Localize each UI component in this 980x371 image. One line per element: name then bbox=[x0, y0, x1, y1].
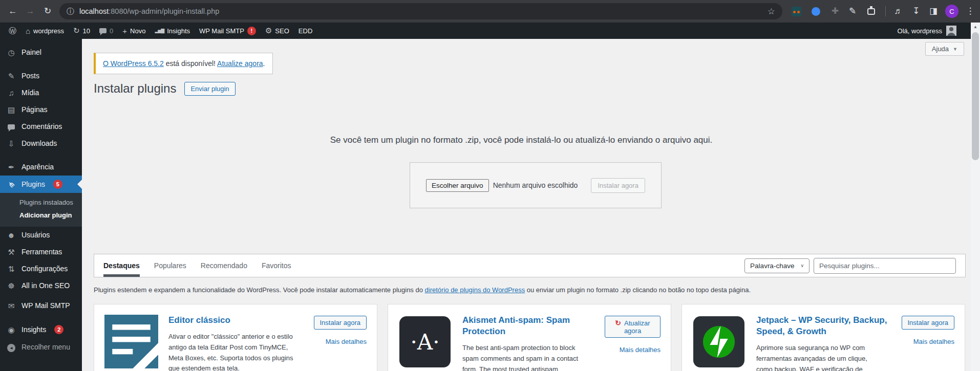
plugin-directory-link[interactable]: diretório de plugins do WordPress bbox=[425, 286, 525, 294]
site-info-icon[interactable]: ⓘ bbox=[67, 7, 74, 16]
wp-mail-smtp-label: WP Mail SMTP bbox=[199, 27, 244, 35]
bookmark-star-icon[interactable]: ☆ bbox=[768, 6, 775, 17]
install-now-button-disabled[interactable]: Instalar agora bbox=[591, 178, 645, 193]
sidebar-item-all-in-one-seo[interactable]: ☸ All in One SEO bbox=[0, 277, 82, 294]
brush-icon: ✒ bbox=[6, 163, 16, 171]
extension-cross-icon[interactable]: ✚ bbox=[827, 4, 843, 19]
comments-menu[interactable]: 0 bbox=[95, 23, 118, 39]
seo-menu[interactable]: ⚙ SEO bbox=[261, 23, 294, 39]
pages-icon: ▤ bbox=[6, 105, 16, 114]
sidebar-item-midia[interactable]: ♫ Mídia bbox=[0, 84, 82, 101]
plugin-search-input[interactable] bbox=[814, 258, 956, 274]
sidebar-item-label: WP Mail SMTP bbox=[22, 301, 70, 310]
sidebar-item-comentarios[interactable]: Comentários bbox=[0, 118, 82, 135]
page-scrollbar[interactable]: ▲ bbox=[971, 23, 980, 371]
sidebar-item-posts[interactable]: ✎ Posts bbox=[0, 68, 82, 84]
sidebar-item-label: Comentários bbox=[22, 122, 62, 131]
insights-menu[interactable]: ▂▅▇ Insights bbox=[150, 23, 195, 39]
plugin-card-body: Akismet Anti-spam: Spam Protection The b… bbox=[462, 315, 594, 371]
wp-logo-menu[interactable]: Ⓦ bbox=[4, 23, 21, 39]
extension-mask-icon[interactable] bbox=[792, 7, 801, 16]
admin-bar-account[interactable]: Olá, wordpress bbox=[898, 26, 980, 36]
wp-mail-smtp-menu[interactable]: WP Mail SMTP ! bbox=[195, 23, 261, 39]
help-button[interactable]: Ajuda ▼ bbox=[925, 42, 964, 56]
pushpin-icon: ✎ bbox=[6, 72, 16, 80]
sidebar-item-downloads[interactable]: ⇩ Downloads bbox=[0, 135, 82, 152]
update-now-button[interactable]: ↻Atualizar agora bbox=[605, 316, 661, 338]
more-details-link[interactable]: Mais detalhes bbox=[620, 346, 661, 354]
insights-icon: ◉ bbox=[6, 325, 16, 334]
main-content: Ajuda ▼ O WordPress 6.5.2 está disponíve… bbox=[82, 39, 971, 371]
search-type-value: Palavra-chave bbox=[750, 262, 794, 270]
extensions-puzzle-icon[interactable] bbox=[867, 8, 875, 15]
sidebar-item-configuracoes[interactable]: ⇅ Configurações bbox=[0, 260, 82, 277]
upload-plugin-form: Escolher arquivo Nenhum arquivo escolhid… bbox=[410, 162, 662, 208]
dashboard-icon: ◷ bbox=[6, 48, 16, 57]
chevron-down-icon: ▼ bbox=[953, 47, 957, 52]
active-item-notch bbox=[77, 180, 82, 189]
browser-downloads-icon[interactable]: ↧ bbox=[908, 4, 924, 19]
updates-count: 10 bbox=[83, 27, 90, 35]
update-now-link[interactable]: Atualize agora bbox=[217, 59, 263, 68]
browser-address-bar[interactable]: ⓘ localhost:8080/wp-admin/plugin-install… bbox=[59, 3, 782, 19]
updates-menu[interactable]: ↻ 10 bbox=[69, 23, 95, 39]
media-icon: ♫ bbox=[6, 89, 16, 97]
sidebar-item-wp-mail-smtp[interactable]: ✉ WP Mail SMTP bbox=[0, 297, 82, 314]
browser-menu-icon[interactable]: ⋮ bbox=[963, 4, 978, 19]
plugin-card-actions: Instalar agora Mais detalhes bbox=[899, 315, 954, 371]
sidebar-item-plugins[interactable]: ⋔ Plugins 5 bbox=[0, 176, 82, 193]
browser-reload-icon[interactable]: ↻ bbox=[40, 4, 55, 19]
tab-populares[interactable]: Populares bbox=[154, 254, 186, 277]
scroll-up-arrow-icon[interactable]: ▲ bbox=[971, 23, 980, 31]
tab-recomendado[interactable]: Recomendado bbox=[201, 254, 247, 277]
new-content-menu[interactable]: + Novo bbox=[118, 23, 150, 39]
browser-back-icon[interactable]: ← bbox=[5, 4, 20, 19]
edd-menu[interactable]: EDD bbox=[294, 23, 317, 39]
home-icon: ⌂ bbox=[26, 27, 30, 35]
choose-file-button[interactable]: Escolher arquivo bbox=[426, 179, 489, 192]
plugin-title-link[interactable]: Editor clássico bbox=[168, 315, 301, 326]
submenu-item-plugins-instalados[interactable]: Plugins instalados bbox=[0, 196, 82, 209]
extension-blue-dot-icon[interactable] bbox=[812, 7, 820, 16]
screenshot-root: ← → ↻ ⓘ localhost:8080/wp-admin/plugin-i… bbox=[0, 0, 980, 371]
collapse-arrow-icon: ◂ bbox=[6, 342, 16, 352]
install-now-button[interactable]: Instalar agora bbox=[902, 316, 955, 330]
plugin-card-akismet: ·A· Akismet Anti-spam: Spam Protection T… bbox=[388, 304, 671, 371]
user-avatar bbox=[946, 26, 956, 36]
sidebar-item-painel[interactable]: ◷ Painel bbox=[0, 44, 82, 61]
sidebar-item-paginas[interactable]: ▤ Páginas bbox=[0, 101, 82, 118]
sidebar-item-recolher-menu[interactable]: ◂ Recolher menu bbox=[0, 338, 82, 356]
tab-destaques[interactable]: Destaques bbox=[103, 254, 140, 277]
scrollbar-thumb[interactable] bbox=[972, 32, 979, 160]
more-details-link[interactable]: Mais detalhes bbox=[913, 338, 954, 345]
chevron-down-icon: ∨ bbox=[800, 263, 804, 268]
plugin-title-link[interactable]: Akismet Anti-spam: Spam Protection bbox=[462, 315, 594, 337]
sidebar-item-label: Configurações bbox=[22, 265, 68, 273]
upload-lead-text: Se você tem um plugin no formato .zip, v… bbox=[82, 135, 961, 145]
install-now-button[interactable]: Instalar agora bbox=[314, 316, 367, 330]
sidebar-item-aparencia[interactable]: ✒ Aparência bbox=[0, 159, 82, 176]
updates-icon: ↻ bbox=[73, 26, 80, 35]
plus-icon: + bbox=[122, 27, 127, 35]
greeting-label: Olá, wordpress bbox=[898, 27, 942, 35]
classic-editor-plugin-icon bbox=[104, 315, 158, 368]
search-type-select[interactable]: Palavra-chave ∨ bbox=[744, 258, 809, 273]
browser-forward-icon[interactable]: → bbox=[23, 4, 38, 19]
side-panel-icon[interactable]: ◨ bbox=[926, 4, 941, 19]
wordpress-update-link[interactable]: O WordPress 6.5.2 bbox=[103, 59, 164, 68]
site-name-menu[interactable]: ⌂ wordpress bbox=[21, 23, 69, 39]
users-icon: ☻ bbox=[6, 231, 16, 239]
sidebar-item-insights[interactable]: ◉ Insights 2 bbox=[0, 321, 82, 338]
sidebar-item-ferramentas[interactable]: ⚒ Ferramentas bbox=[0, 244, 82, 260]
more-details-link[interactable]: Mais detalhes bbox=[326, 338, 367, 345]
submenu-item-adicionar-plugin[interactable]: Adicionar plugin bbox=[0, 209, 82, 222]
plugin-title-link[interactable]: Jetpack – WP Security, Backup, Speed, & … bbox=[756, 315, 888, 337]
browser-profile-avatar[interactable]: C bbox=[945, 5, 958, 18]
plugins-update-badge: 5 bbox=[53, 180, 62, 189]
tab-favoritos[interactable]: Favoritos bbox=[262, 254, 291, 277]
upload-plugin-button[interactable]: Enviar plugin bbox=[184, 82, 235, 96]
update-icon: ↻ bbox=[615, 319, 621, 327]
sidebar-item-usuarios[interactable]: ☻ Usuários bbox=[0, 227, 82, 244]
extension-pen-icon[interactable]: ✎ bbox=[845, 4, 860, 19]
media-controls-icon[interactable]: ♬ bbox=[891, 4, 906, 19]
